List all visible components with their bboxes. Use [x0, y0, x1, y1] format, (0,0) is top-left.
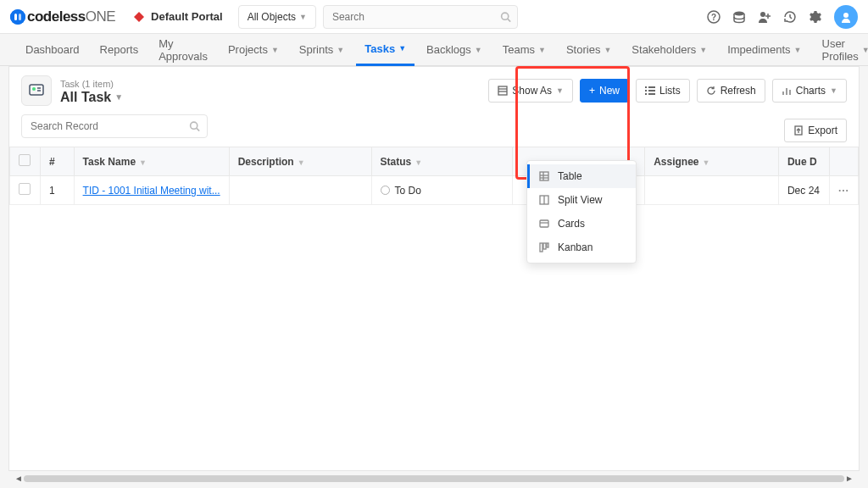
tab-my-approvals[interactable]: My Approvals — [150, 34, 216, 66]
dropdown-item-table[interactable]: Table — [527, 164, 636, 188]
svg-rect-2 — [19, 14, 21, 20]
search-icon — [189, 121, 200, 132]
kanban-icon — [539, 242, 551, 252]
scroll-left-icon[interactable]: ◄ — [14, 473, 24, 485]
col-description[interactable]: Description — [238, 156, 294, 168]
btn-label: Show As — [512, 85, 552, 97]
svg-rect-20 — [648, 86, 655, 88]
row-checkbox[interactable] — [19, 183, 31, 195]
charts-button[interactable]: Charts ▼ — [772, 79, 847, 103]
logo-text-light: ONE — [86, 8, 115, 25]
tab-dashboard[interactable]: Dashboard — [17, 34, 88, 66]
tab-sprints[interactable]: Sprints▼ — [291, 34, 353, 66]
tab-label: User Profiles — [822, 37, 859, 63]
dropdown-label: Cards — [558, 218, 585, 230]
app-logo[interactable]: codelessONE — [10, 8, 115, 25]
logo-text-bold: codeless — [27, 8, 86, 25]
sort-icon[interactable]: ▼ — [703, 158, 710, 167]
main-nav: Dashboard Reports My Approvals Projects▼… — [0, 34, 868, 66]
object-selector-label: All Objects — [248, 11, 296, 23]
horizontal-scrollbar[interactable]: ◄ ► — [14, 473, 854, 485]
status-circle-icon — [381, 186, 390, 195]
search-record-input[interactable] — [22, 115, 207, 137]
tab-stakeholders[interactable]: Stakeholders▼ — [623, 34, 715, 66]
dropdown-label: Table — [558, 170, 582, 182]
tab-backlogs[interactable]: Backlogs▼ — [418, 34, 491, 66]
caret-down-icon: ▼ — [299, 13, 307, 21]
caret-down-icon: ▼ — [337, 46, 344, 54]
lists-button[interactable]: Lists — [636, 79, 690, 103]
caret-down-icon: ▼ — [398, 44, 406, 53]
caret-down-icon: ▼ — [538, 46, 546, 54]
tab-impediments[interactable]: Impediments▼ — [719, 34, 810, 66]
status-cell[interactable]: To Do — [381, 185, 504, 197]
tab-label: Tasks — [364, 42, 395, 55]
portal-icon — [132, 10, 146, 24]
sort-icon[interactable]: ▼ — [298, 158, 305, 167]
table-row[interactable]: 1 TID - 1001 Initial Meeting wit... To D… — [10, 176, 859, 205]
show-as-button[interactable]: Show As ▼ — [488, 79, 573, 103]
col-status[interactable]: Status — [381, 156, 412, 168]
select-all-checkbox[interactable] — [19, 154, 31, 166]
scroll-right-icon[interactable]: ► — [844, 473, 854, 485]
svg-line-4 — [508, 19, 510, 21]
data-icon[interactable] — [732, 10, 746, 24]
sort-icon[interactable]: ▼ — [139, 158, 147, 167]
tab-reports[interactable]: Reports — [92, 34, 147, 66]
col-due[interactable]: Due D — [787, 156, 817, 168]
user-add-icon[interactable] — [758, 10, 771, 24]
tab-projects[interactable]: Projects▼ — [220, 34, 287, 66]
split-view-icon — [539, 195, 551, 205]
row-actions-menu[interactable]: ··· — [838, 185, 849, 197]
caret-down-icon: ▼ — [271, 46, 279, 54]
user-avatar[interactable] — [834, 5, 858, 29]
settings-icon[interactable] — [809, 10, 822, 24]
tab-teams[interactable]: Teams▼ — [494, 34, 554, 66]
search-icon — [500, 11, 511, 22]
tab-user-profiles[interactable]: User Profiles▼ — [814, 34, 869, 66]
svg-rect-22 — [648, 90, 655, 92]
export-button[interactable]: Export — [784, 119, 847, 142]
col-task-name[interactable]: Task Name — [83, 156, 136, 168]
dropdown-label: Kanban — [558, 241, 593, 253]
page-title[interactable]: All Task ▼ — [60, 90, 123, 105]
svg-rect-23 — [645, 93, 647, 95]
dropdown-label: Split View — [558, 194, 602, 206]
plus-icon: + — [589, 85, 595, 97]
col-assignee[interactable]: Assignee — [654, 156, 698, 168]
tab-stories[interactable]: Stories▼ — [558, 34, 620, 66]
dropdown-item-split[interactable]: Split View — [527, 188, 636, 212]
dropdown-item-cards[interactable]: Cards — [527, 212, 636, 236]
svg-rect-21 — [645, 90, 647, 92]
due-cell: Dec 24 — [778, 176, 829, 205]
col-num: # — [49, 156, 55, 168]
sort-icon[interactable]: ▼ — [415, 158, 422, 167]
svg-rect-24 — [648, 93, 655, 95]
svg-point-13 — [32, 87, 36, 91]
caret-down-icon: ▼ — [114, 92, 123, 102]
task-link[interactable]: TID - 1001 Initial Meeting wit... — [83, 185, 220, 197]
tab-label: Stories — [566, 43, 600, 56]
tab-label: Dashboard — [25, 43, 80, 56]
help-icon[interactable]: ? — [707, 10, 721, 24]
svg-rect-38 — [540, 220, 548, 227]
svg-point-0 — [10, 9, 25, 25]
refresh-button[interactable]: Refresh — [697, 79, 765, 103]
portal-selector[interactable]: Default Portal — [132, 10, 223, 24]
svg-rect-41 — [543, 243, 546, 249]
caret-down-icon: ▼ — [604, 46, 611, 54]
scrollbar-thumb[interactable] — [24, 475, 844, 482]
object-selector[interactable]: All Objects ▼ — [238, 5, 316, 29]
table-icon — [539, 171, 551, 181]
global-search-input[interactable] — [323, 5, 518, 29]
cards-icon — [539, 219, 551, 229]
dropdown-item-kanban[interactable]: Kanban — [527, 236, 636, 259]
svg-text:?: ? — [711, 13, 716, 22]
btn-label: Export — [808, 125, 837, 136]
show-as-dropdown: Table Split View Cards Kanban — [526, 160, 637, 263]
new-button[interactable]: + New — [580, 79, 629, 103]
history-icon[interactable] — [783, 10, 797, 24]
status-label: To Do — [395, 185, 421, 197]
page-subtitle: Task (1 item) — [60, 79, 114, 89]
tab-tasks[interactable]: Tasks▼ — [356, 34, 415, 66]
